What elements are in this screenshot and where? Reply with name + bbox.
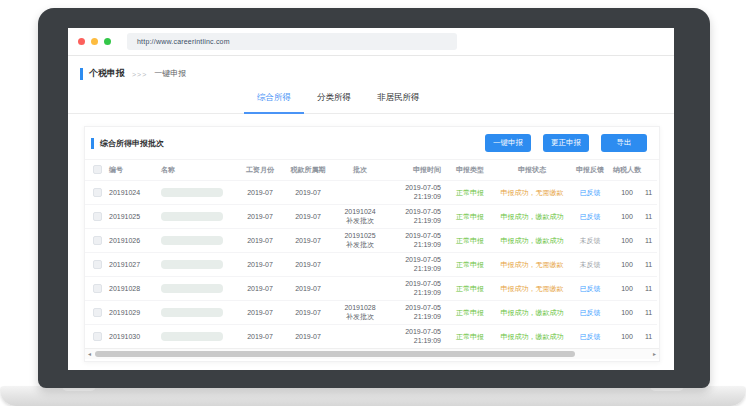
column-header: 申报反馈 bbox=[571, 160, 609, 180]
traffic-light-minimize-icon[interactable] bbox=[91, 38, 98, 45]
correct-declare-button[interactable]: 更正申报 bbox=[543, 134, 589, 152]
browser-chrome: http://www.careerintlinc.com bbox=[68, 28, 674, 56]
checkbox-icon[interactable] bbox=[93, 332, 102, 341]
cell-batch bbox=[333, 324, 387, 348]
cell-declare-status: 申报成功，缴款成功 bbox=[493, 300, 571, 324]
checkbox-icon[interactable] bbox=[93, 308, 102, 317]
scrollbar-thumb[interactable] bbox=[95, 351, 575, 357]
cell-tax-period: 2019-07 bbox=[283, 324, 333, 348]
cell-salary-month: 2019-07 bbox=[237, 324, 283, 348]
cell-name-placeholder bbox=[161, 276, 237, 300]
cell-name-placeholder bbox=[161, 324, 237, 348]
cell-salary-month: 2019-07 bbox=[237, 180, 283, 204]
name-placeholder-bar bbox=[161, 188, 223, 197]
row-checkbox bbox=[85, 252, 109, 276]
cell-feedback: 已反馈 bbox=[571, 324, 609, 348]
tab-comprehensive-income[interactable]: 综合所得 bbox=[244, 92, 304, 113]
cell-name-placeholder bbox=[161, 180, 237, 204]
panel-header: 综合所得申报批次 一键申报 更正申报 导出 bbox=[85, 127, 659, 160]
cell-tax-period: 2019-07 bbox=[283, 228, 333, 252]
cell-batch: 20191028补发批次 bbox=[333, 300, 387, 324]
checkbox-icon[interactable] bbox=[93, 284, 102, 293]
traffic-light-zoom-icon[interactable] bbox=[104, 38, 111, 45]
row-checkbox bbox=[85, 324, 109, 348]
cell-declare-time: 2019-07-0521:19:09 bbox=[387, 276, 447, 300]
column-header: 申报时间 bbox=[387, 160, 447, 180]
cell-taxpayer-count: 100 bbox=[609, 300, 645, 324]
screen: http://www.careerintlinc.com 个税申报 >>> 一键… bbox=[68, 28, 674, 370]
horizontal-scrollbar[interactable]: ◂ ▸ bbox=[85, 348, 659, 359]
checkbox-icon[interactable] bbox=[93, 236, 102, 245]
tab-classified-income[interactable]: 分类所得 bbox=[304, 92, 364, 113]
scroll-right-arrow-icon[interactable]: ▸ bbox=[653, 349, 656, 359]
checkbox-icon[interactable] bbox=[93, 212, 102, 221]
cell-declare-status: 申报成功，无需缴款 bbox=[493, 180, 571, 204]
cell-declare-type: 正常申报 bbox=[447, 228, 493, 252]
scroll-left-arrow-icon[interactable]: ◂ bbox=[88, 349, 91, 359]
cell-feedback: 已反馈 bbox=[571, 204, 609, 228]
cell-taxpayer-count: 100 bbox=[609, 180, 645, 204]
cell-batch bbox=[333, 180, 387, 204]
table-row: 201910282019-072019-072019-07-0521:19:09… bbox=[85, 276, 657, 300]
cell-batch: 20191024补发批次 bbox=[333, 204, 387, 228]
url-bar[interactable]: http://www.careerintlinc.com bbox=[127, 33, 457, 50]
row-checkbox bbox=[85, 228, 109, 252]
cell-declare-time: 2019-07-0521:19:09 bbox=[387, 252, 447, 276]
cell-feedback: 未反馈 bbox=[571, 252, 609, 276]
laptop-base bbox=[0, 386, 746, 406]
column-header: 编号 bbox=[109, 160, 161, 180]
name-placeholder-bar bbox=[161, 284, 223, 293]
cell-declare-type: 正常申报 bbox=[447, 252, 493, 276]
table-row: 201910242019-072019-072019-07-0521:19:09… bbox=[85, 180, 657, 204]
cell-batch bbox=[333, 252, 387, 276]
cell-declare-status: 申报成功，缴款成功 bbox=[493, 204, 571, 228]
cell-partial-column: 11 bbox=[645, 324, 657, 348]
export-button[interactable]: 导出 bbox=[601, 134, 647, 152]
cell-taxpayer-count: 100 bbox=[609, 276, 645, 300]
cell-declare-time: 2019-07-0521:19:09 bbox=[387, 324, 447, 348]
row-checkbox bbox=[85, 204, 109, 228]
row-checkbox bbox=[85, 180, 109, 204]
column-header: 申报状态 bbox=[493, 160, 571, 180]
column-header: 税款所属期 bbox=[283, 160, 333, 180]
cell-tax-period: 2019-07 bbox=[283, 180, 333, 204]
laptop-bezel: http://www.careerintlinc.com 个税申报 >>> 一键… bbox=[38, 8, 710, 388]
cell-partial-column: 11 bbox=[645, 180, 657, 204]
tab-nonresident-income[interactable]: 非居民所得 bbox=[364, 92, 433, 113]
table-scroll-area: 编号名称工资月份税款所属期批次申报时间申报类型申报状态申报反馈纳税人数 2019… bbox=[85, 160, 657, 348]
breadcrumb-section: 个税申报 bbox=[89, 67, 125, 80]
cell-declare-status: 申报成功，无需缴款 bbox=[493, 252, 571, 276]
cell-id: 20191028 bbox=[109, 276, 161, 300]
panel-title-wrap: 综合所得申报批次 bbox=[91, 138, 164, 149]
name-placeholder-bar bbox=[161, 236, 223, 245]
cell-declare-type: 正常申报 bbox=[447, 276, 493, 300]
cell-declare-time: 2019-07-0521:19:09 bbox=[387, 204, 447, 228]
panel-actions: 一键申报 更正申报 导出 bbox=[485, 134, 647, 152]
table-row: 201910252019-072019-0720191024补发批次2019-0… bbox=[85, 204, 657, 228]
table-row: 201910292019-072019-0720191028补发批次2019-0… bbox=[85, 300, 657, 324]
column-header: 批次 bbox=[333, 160, 387, 180]
checkbox-icon[interactable] bbox=[93, 260, 102, 269]
checkbox-icon[interactable] bbox=[93, 188, 102, 197]
cell-taxpayer-count: 100 bbox=[609, 324, 645, 348]
cell-salary-month: 2019-07 bbox=[237, 228, 283, 252]
row-checkbox bbox=[85, 276, 109, 300]
cell-tax-period: 2019-07 bbox=[283, 276, 333, 300]
cell-feedback: 已反馈 bbox=[571, 180, 609, 204]
breadcrumb: 个税申报 >>> 一键申报 bbox=[68, 56, 674, 82]
cell-declare-status: 申报成功，无需缴款 bbox=[493, 276, 571, 300]
traffic-light-close-icon[interactable] bbox=[78, 38, 85, 45]
cell-batch: 20191025补发批次 bbox=[333, 228, 387, 252]
cell-id: 20191030 bbox=[109, 324, 161, 348]
select-all-checkbox[interactable] bbox=[85, 160, 109, 180]
table-row: 201910262019-072019-0720191025补发批次2019-0… bbox=[85, 228, 657, 252]
column-header: 名称 bbox=[161, 160, 237, 180]
one-click-declare-button[interactable]: 一键申报 bbox=[485, 134, 531, 152]
cell-name-placeholder bbox=[161, 228, 237, 252]
cell-tax-period: 2019-07 bbox=[283, 204, 333, 228]
cell-name-placeholder bbox=[161, 252, 237, 276]
cell-feedback: 已反馈 bbox=[571, 300, 609, 324]
cell-taxpayer-count: 100 bbox=[609, 204, 645, 228]
checkbox-icon[interactable] bbox=[93, 165, 102, 174]
panel-title: 综合所得申报批次 bbox=[100, 138, 164, 149]
